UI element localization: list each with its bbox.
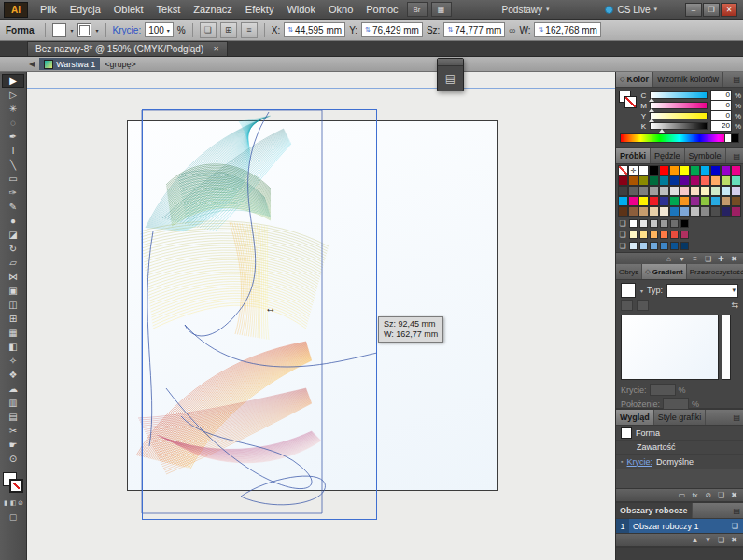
swatch[interactable]	[731, 206, 741, 217]
group-name[interactable]: <grupę>	[105, 60, 136, 69]
swatch[interactable]	[649, 186, 659, 196]
swatch[interactable]	[670, 219, 679, 228]
swatch[interactable]	[659, 165, 669, 175]
stroke-color-chip[interactable]	[77, 23, 91, 37]
menu-item-okno[interactable]: Okno	[322, 0, 359, 19]
swatch[interactable]	[690, 206, 700, 217]
new-stroke-icon[interactable]: ▭	[678, 491, 686, 499]
stroke-swatch[interactable]	[9, 479, 23, 493]
symbol-sprayer-tool[interactable]: ☁	[2, 382, 24, 396]
clear-appearance-icon[interactable]: ⊘	[704, 491, 712, 499]
artwork-svg[interactable]	[129, 108, 383, 519]
spinner-icon[interactable]: ⇅	[287, 26, 293, 34]
menu-item-widok[interactable]: Widok	[280, 0, 322, 19]
opacity-link[interactable]: Krycie:	[113, 25, 142, 35]
menu-item-edycja[interactable]: Edycja	[63, 0, 107, 19]
appearance-opacity-row[interactable]: ▪ Krycie: Domyślne	[616, 455, 743, 469]
reorder-up-icon[interactable]: ▲	[691, 536, 699, 544]
swatch[interactable]	[649, 165, 659, 175]
width-input[interactable]: ⇅ 74,777 mm	[443, 22, 505, 37]
gradient-ramp[interactable]	[621, 315, 719, 380]
chevron-down-icon[interactable]: ▾	[640, 287, 643, 294]
blob-brush-tool[interactable]: ●	[2, 214, 24, 228]
swatch[interactable]	[721, 186, 731, 196]
new-artboard-icon[interactable]: ❏	[717, 536, 725, 544]
panel-tab-przezroczystość[interactable]: Przezroczystość	[687, 264, 743, 279]
swatch[interactable]	[690, 196, 700, 206]
swatch[interactable]	[700, 165, 710, 175]
panel-grip[interactable]	[438, 59, 463, 66]
pen-tool[interactable]: ✒	[2, 130, 24, 144]
spinner-icon[interactable]: ⇅	[538, 26, 543, 34]
screen-mode-icon[interactable]: ▢	[9, 512, 18, 522]
gradient-tool[interactable]: ◧	[2, 340, 24, 354]
spinner-icon[interactable]: ⇅	[365, 26, 371, 34]
appearance-contents-row[interactable]: Zawartość	[616, 441, 743, 455]
fill-stroke-chips[interactable]	[619, 91, 638, 113]
options-icon[interactable]: ≡	[241, 22, 258, 38]
cs-live-button[interactable]: CS Live ▾	[599, 5, 663, 15]
swatch[interactable]	[669, 165, 680, 175]
swatch[interactable]	[721, 165, 731, 175]
menu-item-tekst[interactable]: Tekst	[150, 0, 188, 19]
swatch[interactable]	[721, 206, 731, 217]
align-icon[interactable]: ⊞	[220, 22, 237, 38]
workspace-switcher[interactable]: Podstawy ▾	[497, 5, 555, 15]
free-transform-tool[interactable]: ▣	[2, 284, 24, 298]
swatch[interactable]	[670, 242, 679, 250]
swatch[interactable]	[618, 196, 628, 206]
appearance-opacity-link[interactable]: Krycie:	[626, 457, 652, 467]
gradient-type-select[interactable]: ▾	[666, 284, 738, 298]
swatch-group-row[interactable]: ❏	[618, 229, 741, 240]
draw-behind-icon[interactable]: ◧	[10, 498, 17, 507]
swatch[interactable]	[629, 219, 638, 228]
swatch[interactable]	[628, 186, 638, 196]
swatch[interactable]	[670, 231, 679, 239]
swatch[interactable]	[659, 186, 669, 196]
swatch[interactable]	[700, 186, 710, 196]
artboard-tool[interactable]: ▤	[2, 410, 24, 424]
swatch[interactable]	[659, 206, 669, 217]
new-swatch-group-icon[interactable]: ❏	[704, 255, 712, 263]
menu-item-pomoc[interactable]: Pomoc	[359, 0, 404, 19]
reorder-down-icon[interactable]: ▼	[704, 536, 712, 544]
slider-thumb[interactable]	[659, 129, 665, 133]
artboard-list-item[interactable]: 1 Obszar roboczy 1 ❏	[616, 519, 743, 533]
panel-tab-próbki[interactable]: Próbki	[616, 148, 651, 163]
rotate-tool[interactable]: ↻	[2, 242, 24, 256]
swatch[interactable]	[638, 196, 649, 206]
minimize-button[interactable]: –	[685, 3, 702, 17]
swatch[interactable]	[638, 165, 649, 175]
swatch[interactable]	[710, 206, 721, 217]
close-tab-icon[interactable]: ✕	[213, 45, 219, 53]
panel-tab-kolor[interactable]: ◇Kolor	[616, 72, 653, 87]
column-graph-tool[interactable]: ▥	[2, 396, 24, 410]
swatch[interactable]	[659, 175, 669, 186]
duplicate-item-icon[interactable]: ❏	[717, 491, 725, 499]
swatch[interactable]	[700, 196, 710, 206]
rectangle-tool[interactable]: ▭	[2, 172, 24, 186]
menu-item-obiekt[interactable]: Obiekt	[107, 0, 150, 19]
collapsed-floating-panel[interactable]: ▤	[437, 58, 464, 91]
blend-tool[interactable]: ❖	[2, 368, 24, 382]
swatch[interactable]	[628, 196, 638, 206]
delete-item-icon[interactable]: ✖	[730, 491, 738, 499]
swatch[interactable]	[669, 186, 680, 196]
back-arrow-icon[interactable]: ◀	[29, 60, 35, 68]
swatch[interactable]	[680, 165, 690, 175]
y-slider-track[interactable]	[650, 112, 708, 119]
gradient-thumbnail[interactable]	[621, 283, 636, 298]
link-dimensions-icon[interactable]: ∞	[509, 25, 515, 35]
k-value-field[interactable]: 20	[710, 120, 732, 132]
document-setup-icon[interactable]: ❏	[200, 22, 217, 38]
panel-menu-icon[interactable]: ▤	[730, 507, 743, 515]
swatch[interactable]	[639, 219, 648, 228]
perspective-grid-tool[interactable]: ⊞	[2, 312, 24, 326]
stroke-gradient-icon[interactable]	[621, 300, 633, 311]
swatch[interactable]	[650, 242, 658, 250]
black-swatch[interactable]	[731, 134, 738, 142]
appearance-item-row[interactable]: Forma	[616, 426, 743, 441]
swatch[interactable]	[680, 206, 690, 217]
swatch[interactable]	[649, 196, 659, 206]
swatch[interactable]	[721, 196, 731, 206]
